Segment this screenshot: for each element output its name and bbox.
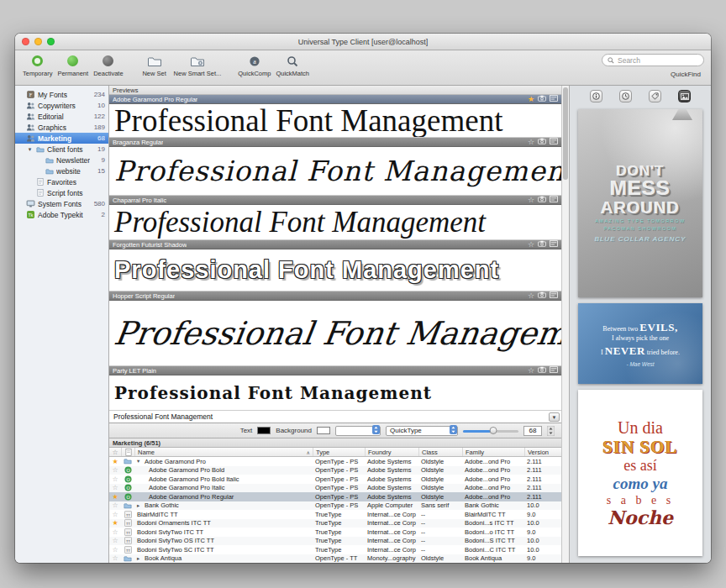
- attachment-poster-un-dia-sin-sol[interactable]: Un diaSIN SOLes asícomo yas a b e sNoche: [578, 390, 702, 556]
- column-header-family[interactable]: Family: [462, 448, 524, 456]
- table-row-bodoni-ornaments-itc-tt[interactable]: ★TTBodoni Ornaments ITC TTTrueTypeIntern…: [109, 519, 561, 528]
- waterfall-view-icon[interactable]: [550, 366, 558, 375]
- column-header-foundry[interactable]: Foundry: [365, 448, 418, 456]
- history-tab[interactable]: [619, 90, 632, 102]
- disclosure-triangle[interactable]: ▾: [27, 146, 33, 153]
- favorite-star-icon[interactable]: ☆: [528, 139, 534, 146]
- snapshot-camera-icon[interactable]: [538, 196, 546, 204]
- sidebar-item-script-fonts[interactable]: Script fonts: [15, 187, 108, 198]
- star-icon[interactable]: ★: [109, 458, 121, 465]
- star-icon[interactable]: ☆: [109, 528, 121, 536]
- preview-row-header[interactable]: Adobe Garamond Pro Regular★: [109, 95, 561, 104]
- quicktype-select[interactable]: QuickType: [386, 426, 458, 436]
- sidebar-item-client-fonts[interactable]: ▾Client fonts19: [15, 144, 108, 155]
- table-row-adobe-garamond-pro-bold-italic[interactable]: ☆OAdobe Garamond Pro Bold ItalicOpenType…: [109, 475, 561, 484]
- sample-text-dropdown-icon[interactable]: ▼: [549, 412, 560, 422]
- snapshot-camera-icon[interactable]: [538, 366, 546, 375]
- attachment-poster-mae-west-quote[interactable]: Between two EVILS, I always pick the one…: [578, 303, 702, 384]
- search-input[interactable]: Search: [602, 54, 704, 66]
- tags-tab[interactable]: [649, 90, 661, 102]
- waterfall-view-icon[interactable]: [550, 196, 558, 204]
- table-row-bodoni-svtytwo-itc-tt[interactable]: ☆TTBodoni SvtyTwo ITC TTTrueTypeInternat…: [109, 528, 561, 537]
- column-header-favorite[interactable]: ☆: [109, 448, 121, 456]
- star-icon[interactable]: ☆: [109, 511, 121, 518]
- star-icon[interactable]: ☆: [109, 484, 121, 491]
- favorite-star-icon[interactable]: ☆: [528, 241, 534, 249]
- table-row-adobe-garamond-pro-italic[interactable]: ☆OAdobe Garamond Pro ItalicOpenType - PS…: [109, 484, 561, 493]
- table-row-book-antiqua[interactable]: ☆▸Book AntiquaOpenType - TTMonoty...ogra…: [109, 554, 561, 564]
- preview-row-header[interactable]: Chaparral Pro Italic☆: [109, 196, 561, 205]
- favorite-star-icon[interactable]: ☆: [528, 197, 534, 204]
- size-value[interactable]: 68: [523, 426, 542, 436]
- column-header-name[interactable]: Name∧: [134, 448, 313, 456]
- waterfall-view-icon[interactable]: [550, 240, 558, 249]
- table-row-bank-gothic[interactable]: ☆▸Bank GothicOpenType - PSApple Computer…: [109, 501, 561, 511]
- slider-knob[interactable]: [490, 427, 497, 434]
- sidebar-item-adobe-typekit[interactable]: TkAdobe Typekit2: [15, 209, 108, 220]
- preview-row-header[interactable]: Braganza Regular☆: [109, 138, 561, 147]
- sidebar-item-my-fonts[interactable]: FMy Fonts234: [15, 89, 108, 100]
- info-tab[interactable]: [590, 90, 602, 102]
- sidebar-item-favorites[interactable]: Favorites: [15, 176, 108, 187]
- preview-row-header[interactable]: Hopper Script Regular☆: [109, 291, 561, 301]
- table-row-blairmditc-tt[interactable]: ☆TTBlairMdITC TTTrueTypeInternat...ce Co…: [109, 510, 561, 519]
- table-row-adobe-garamond-pro-bold[interactable]: ☆OAdobe Garamond Pro BoldOpenType - PSAd…: [109, 466, 561, 475]
- close-button[interactable]: [22, 38, 29, 45]
- new-smart-set-button[interactable]: New Smart Set...: [171, 53, 224, 77]
- background-color-swatch[interactable]: [317, 427, 330, 434]
- star-icon[interactable]: ★: [109, 493, 121, 501]
- sample-text-input[interactable]: Professional Font Management ▼: [109, 411, 561, 423]
- star-icon[interactable]: ☆: [109, 501, 121, 509]
- sidebar-item-website[interactable]: website15: [15, 165, 108, 176]
- quickcomp-button[interactable]: a QuickComp: [235, 53, 273, 77]
- star-icon[interactable]: ☆: [109, 546, 121, 554]
- deactivate-button[interactable]: Deactivate: [91, 53, 125, 77]
- size-slider[interactable]: [463, 426, 518, 436]
- quickfind-label[interactable]: QuickFind: [671, 71, 704, 78]
- main-scrollbar[interactable]: [561, 86, 570, 563]
- waterfall-view-icon[interactable]: [550, 138, 558, 146]
- star-icon[interactable]: ★: [109, 519, 121, 527]
- preview-row-header[interactable]: Forgotten Futurist Shadow☆: [109, 240, 561, 249]
- favorite-star-icon[interactable]: ★: [528, 96, 534, 103]
- preview-mode-select[interactable]: [335, 426, 381, 436]
- column-header-class[interactable]: Class: [418, 448, 462, 456]
- temporary-activate-button[interactable]: Temporary: [20, 53, 55, 77]
- table-row-bodoni-svtytwo-os-itc-tt[interactable]: ☆TTBodoni SvtyTwo OS ITC TTTrueTypeInter…: [109, 537, 561, 546]
- attachments-tab[interactable]: [678, 90, 691, 102]
- new-set-button[interactable]: New Set: [138, 53, 171, 77]
- sidebar-item-newsletter[interactable]: Newsletter9: [15, 155, 108, 165]
- star-icon[interactable]: ☆: [109, 554, 121, 562]
- snapshot-camera-icon[interactable]: [538, 138, 546, 146]
- column-header-version[interactable]: Version: [524, 448, 561, 456]
- table-row-adobe-garamond-pro[interactable]: ★▾Adobe Garamond ProOpenType - PSAdobe S…: [109, 457, 561, 466]
- minimize-button[interactable]: [34, 38, 42, 45]
- favorite-star-icon[interactable]: ☆: [528, 292, 534, 300]
- column-header-kind[interactable]: [121, 448, 134, 456]
- permanent-activate-button[interactable]: Permanent: [55, 53, 91, 77]
- star-icon[interactable]: ☆: [109, 475, 121, 483]
- preview-row-header[interactable]: Party LET Plain☆: [109, 366, 561, 375]
- snapshot-camera-icon[interactable]: [538, 240, 546, 249]
- column-header-type[interactable]: Type: [313, 448, 365, 456]
- favorite-star-icon[interactable]: ☆: [528, 367, 534, 375]
- waterfall-view-icon[interactable]: [550, 291, 558, 300]
- snapshot-camera-icon[interactable]: [538, 291, 546, 300]
- star-icon[interactable]: ☆: [109, 537, 121, 544]
- disclosure-triangle[interactable]: ▸: [137, 502, 143, 509]
- snapshot-camera-icon[interactable]: [538, 95, 546, 103]
- waterfall-view-icon[interactable]: [550, 95, 558, 103]
- sidebar-item-copywriters[interactable]: Copywriters10: [15, 100, 108, 111]
- scrollbar-thumb[interactable]: [563, 87, 568, 180]
- text-color-swatch[interactable]: [257, 427, 271, 434]
- table-row-bodoni-svtytwo-sc-itc-tt[interactable]: ☆TTBodoni SvtyTwo SC ITC TTTrueTypeInter…: [109, 545, 561, 554]
- table-row-adobe-garamond-pro-regular[interactable]: ★OAdobe Garamond Pro RegularOpenType - P…: [109, 492, 561, 501]
- star-icon[interactable]: ☆: [109, 466, 121, 474]
- sidebar-item-graphics[interactable]: Graphics189: [15, 122, 108, 133]
- sidebar-item-system-fonts[interactable]: System Fonts580: [15, 198, 108, 209]
- attachment-poster-dont-mess-around[interactable]: DON'TMESSAROUNDAMAZING TYPE TOMORROWPACO…: [578, 109, 702, 297]
- zoom-button[interactable]: [47, 38, 55, 45]
- disclosure-triangle[interactable]: ▾: [137, 458, 143, 465]
- quickmatch-button[interactable]: QuickMatch: [273, 53, 312, 77]
- size-stepper[interactable]: [547, 426, 555, 436]
